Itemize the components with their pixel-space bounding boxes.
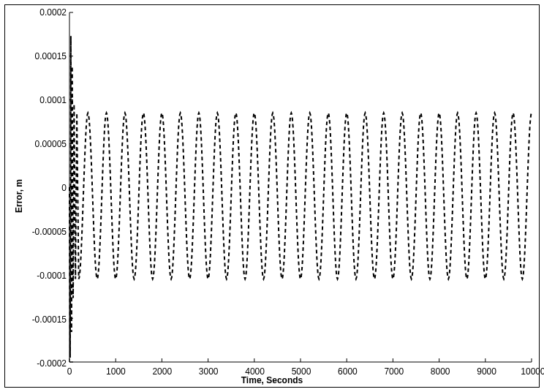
y-tick-label: -0.00015 — [23, 314, 67, 325]
error-series — [69, 36, 532, 358]
x-tick-label: 4000 — [241, 366, 270, 377]
x-tick-label: 6000 — [333, 366, 362, 377]
x-tick-label: 10000 — [518, 366, 544, 377]
x-tick-label: 1000 — [101, 366, 130, 377]
y-tick-label: 0.00015 — [23, 51, 67, 61]
x-tick-label: 9000 — [472, 366, 502, 377]
chart-svg — [69, 12, 532, 362]
y-tick-label: 0 — [23, 183, 67, 193]
x-tick-label: 5000 — [287, 366, 316, 377]
plot-area: -0.0002-0.00015-0.0001-0.0000500.000050.… — [69, 12, 532, 362]
x-tick-label: 8000 — [426, 366, 455, 377]
x-tick-label: 7000 — [379, 366, 409, 377]
x-axis-label: Time, Seconds — [241, 375, 303, 385]
chart-frame: Error, m Time, Seconds -0.0002-0.00015-0… — [4, 4, 540, 388]
x-tick-label: 3000 — [194, 366, 223, 377]
y-tick-label: -0.0001 — [23, 271, 67, 281]
y-tick-label: 0.00005 — [23, 139, 67, 149]
x-tick-label: 2000 — [148, 366, 177, 377]
y-tick-label: -0.00005 — [23, 227, 67, 237]
x-tick-label: 0 — [55, 366, 84, 377]
y-tick-label: 0.0002 — [23, 7, 67, 18]
y-tick-label: 0.0001 — [23, 95, 67, 105]
